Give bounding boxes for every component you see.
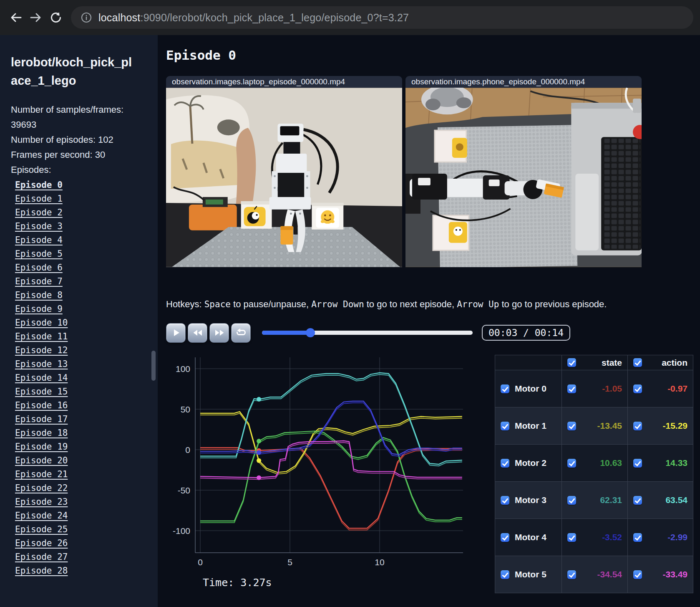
episode-list-item: Episode 18 [15,426,158,440]
motor-row-checkbox[interactable] [501,384,509,393]
sidebar: lerobot/koch_pick_place_1_lego Number of… [0,35,158,607]
state-value-checkbox[interactable] [567,384,576,393]
play-button[interactable] [166,323,186,343]
episode-link[interactable]: Episode 22 [15,483,68,493]
episode-link[interactable]: Episode 20 [15,455,68,465]
episode-link[interactable]: Episode 17 [15,414,68,424]
reload-icon[interactable] [46,8,66,28]
episode-link[interactable]: Episode 2 [15,207,63,218]
motor-row-checkbox[interactable] [501,459,509,468]
episode-link[interactable]: Episode 28 [15,566,68,576]
episode-link[interactable]: Episode 14 [15,373,68,383]
fast-forward-button[interactable] [209,323,229,343]
usb-adapter [633,99,641,113]
episode-list-item: Episode 24 [15,509,158,523]
episode-link[interactable]: Episode 25 [15,524,68,534]
episode-list-item: Episode 12 [15,344,158,357]
table-row: Motor 1-13.45-15.29 [495,407,693,445]
episode-link[interactable]: Episode 23 [15,497,68,507]
episode-link[interactable]: Episode 27 [15,552,68,562]
motor-label: Motor 3 [515,495,546,505]
episode-link[interactable]: Episode 19 [15,442,68,452]
episode-link[interactable]: Episode 10 [15,318,68,328]
rewind-button[interactable] [188,323,207,343]
slider-thumb[interactable] [306,328,315,337]
motor-row-checkbox[interactable] [501,422,509,430]
episode-link[interactable]: Episode 24 [15,511,68,521]
episode-link[interactable]: Episode 5 [15,249,63,259]
episode-link[interactable]: Episode 1 [15,194,63,204]
video-frame-phone[interactable] [405,88,642,267]
player-controls: 00:03 / 00:14 [166,322,700,343]
episode-link[interactable]: Episode 16 [15,400,68,410]
state-value-checkbox[interactable] [567,496,576,505]
action-value-checkbox[interactable] [633,422,642,430]
state-value-checkbox[interactable] [567,459,576,468]
motor-chart: -100-500501000510 [166,357,464,568]
slider-fill [262,331,310,335]
state-value: 10.63 [600,458,622,468]
episode-link[interactable]: Episode 4 [15,235,63,245]
episode-link[interactable]: Episode 26 [15,538,68,548]
state-value-checkbox[interactable] [567,570,576,579]
state-value-checkbox[interactable] [567,422,576,430]
sidebar-scrollbar-thumb[interactable] [151,351,156,381]
motor-label: Motor 1 [515,421,546,431]
motor-row-checkbox[interactable] [501,533,509,542]
address-bar[interactable]: localhost:9090/lerobot/koch_pick_place_1… [71,6,693,29]
action-value-checkbox[interactable] [633,459,642,468]
episode-link[interactable]: Episode 6 [15,263,63,273]
info-fps: Frames per second: 30 [11,147,124,162]
episode-link[interactable]: Episode 21 [15,469,68,479]
episode-link[interactable]: Episode 9 [15,304,63,314]
table-corner-cell [495,355,562,370]
svg-text:-50: -50 [178,486,190,495]
episode-link[interactable]: Episode 7 [15,276,63,286]
forward-icon[interactable] [26,8,46,28]
episode-link[interactable]: Episode 12 [15,345,68,355]
episode-link[interactable]: Episode 0 [15,180,63,190]
action-column-checkbox[interactable] [633,358,642,367]
episode-list-item: Episode 27 [15,550,158,564]
hotkey-text: Hotkeys: [166,299,204,309]
emoji-box-top [435,130,467,162]
episode-list-item: Episode 16 [15,399,158,412]
action-value: 14.33 [665,458,687,468]
action-value-checkbox[interactable] [633,570,642,579]
episode-list-item: Episode 26 [15,536,158,550]
episode-list-item: Episode 1 [15,192,158,206]
current-time-marker [257,475,261,480]
hotkey-text: to pause/unpause, [231,299,311,309]
motor-label: Motor 0 [515,384,546,394]
episode-list-item: Episode 9 [15,302,158,316]
hotkeys-text: Hotkeys: Space to pause/unpause, Arrow D… [166,299,700,310]
action-value-checkbox[interactable] [633,496,642,505]
video-progress-slider[interactable] [262,331,473,335]
page-info-icon[interactable] [80,11,93,24]
episode-link[interactable]: Episode 13 [15,359,68,369]
state-value-checkbox[interactable] [567,533,576,542]
motor-row-checkbox[interactable] [501,496,509,505]
episode-link[interactable]: Episode 8 [15,290,63,300]
episode-link[interactable]: Episode 11 [15,331,68,341]
back-icon[interactable] [6,8,26,28]
series-action-Motor 1 [200,412,462,473]
state-column-checkbox[interactable] [567,358,576,367]
motor-label: Motor 4 [515,532,546,542]
hotkey-text: to go to next episode, [364,299,457,309]
episode-link[interactable]: Episode 15 [15,387,68,397]
action-value-checkbox[interactable] [633,384,642,393]
episode-list-item: Episode 3 [15,220,158,233]
state-value: -3.52 [602,532,622,542]
current-time-marker [257,439,261,443]
time-display: 00:03 / 00:14 [482,325,570,341]
motor-row-checkbox[interactable] [501,570,509,579]
video-frame-laptop[interactable] [166,88,402,267]
episode-link[interactable]: Episode 3 [15,221,63,231]
episode-link[interactable]: Episode 18 [15,428,68,438]
dataset-info: Number of samples/frames: 39693 Number o… [11,102,124,162]
state-value: -13.45 [597,421,622,431]
action-value-checkbox[interactable] [633,533,642,542]
motor-label: Motor 5 [515,569,546,579]
loop-button[interactable] [231,323,251,343]
